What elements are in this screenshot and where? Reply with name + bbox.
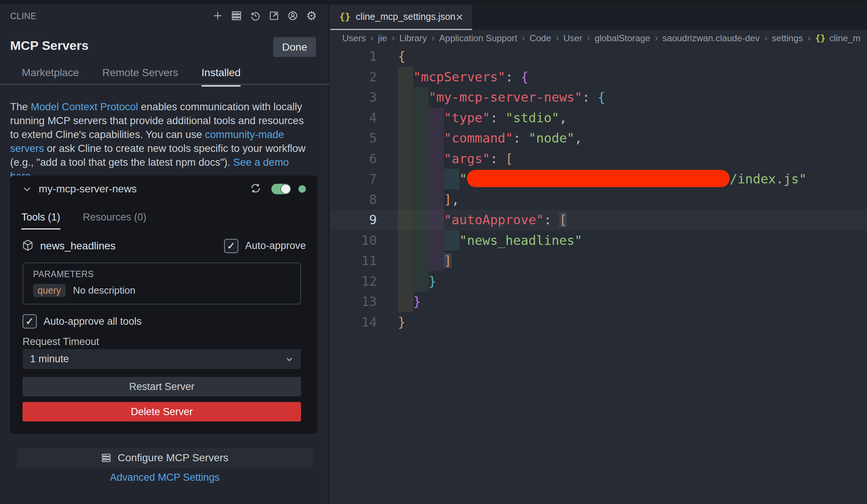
server-enabled-toggle[interactable] bbox=[271, 184, 291, 194]
tab-tools[interactable]: Tools (1) bbox=[21, 212, 60, 230]
open-in-editor-icon[interactable] bbox=[267, 9, 281, 22]
breadcrumb-separator: › bbox=[387, 32, 399, 44]
code-line[interactable]: 11 ] bbox=[330, 250, 867, 271]
breadcrumb-item[interactable]: Users bbox=[342, 33, 366, 44]
line-number[interactable]: 3 bbox=[330, 87, 377, 108]
redaction-box bbox=[467, 170, 730, 187]
mcp-servers-icon[interactable] bbox=[230, 9, 243, 22]
code-line[interactable]: 4 "type": "stdio", bbox=[330, 108, 867, 128]
breadcrumb-item[interactable]: globalStorage bbox=[595, 33, 650, 44]
page-title: MCP Servers bbox=[10, 38, 89, 53]
tool-cube-icon bbox=[21, 239, 34, 253]
code-text: } bbox=[377, 294, 421, 309]
code-text: "args": [ bbox=[377, 151, 513, 166]
chevron-down-icon[interactable] bbox=[21, 183, 33, 195]
code-line[interactable]: 6 "args": [ bbox=[330, 148, 867, 169]
code-line[interactable]: 9 "autoApprove": [ bbox=[330, 210, 867, 230]
code-text: "/index.js" bbox=[377, 171, 807, 186]
breadcrumb-item[interactable]: cline_m bbox=[829, 33, 861, 44]
code-text: ], bbox=[377, 192, 459, 207]
mcp-description: The Model Context Protocol enables commu… bbox=[10, 100, 309, 183]
line-number[interactable]: 12 bbox=[330, 271, 377, 292]
done-button[interactable]: Done bbox=[273, 37, 316, 57]
code-line[interactable]: 8 ], bbox=[330, 189, 867, 210]
file-tab[interactable]: {} cline_mcp_settings.json × bbox=[330, 4, 472, 30]
line-number[interactable]: 10 bbox=[330, 230, 377, 251]
check-icon: ✓ bbox=[227, 240, 236, 252]
mcp-server-card: my-mcp-server-news Tools (1) Resources (… bbox=[10, 176, 317, 434]
code-text: } bbox=[377, 315, 405, 330]
code-text: { bbox=[377, 49, 405, 64]
breadcrumb-separator: › bbox=[650, 32, 662, 44]
code-text: "my-mcp-server-news": { bbox=[377, 90, 605, 105]
cline-sidebar-panel: CLINE ⚙ MCP Servers Done Marketplace Rem… bbox=[0, 0, 330, 504]
close-tab-icon[interactable]: × bbox=[456, 10, 463, 23]
line-number[interactable]: 5 bbox=[330, 128, 377, 148]
code-line[interactable]: 10 "news_headlines" bbox=[330, 230, 867, 251]
code-text: } bbox=[377, 274, 436, 289]
parameters-box: PARAMETERS query No description bbox=[23, 262, 301, 304]
breadcrumb-item[interactable]: Application Support bbox=[439, 33, 517, 44]
code-line[interactable]: 1{ bbox=[330, 46, 867, 67]
server-name: my-mcp-server-news bbox=[39, 183, 250, 195]
line-number[interactable]: 2 bbox=[330, 67, 377, 87]
line-number[interactable]: 11 bbox=[330, 250, 377, 271]
code-line[interactable]: 13 } bbox=[330, 291, 867, 312]
parameters-title: PARAMETERS bbox=[33, 269, 291, 279]
code-text: ] bbox=[377, 253, 452, 268]
breadcrumb-separator: › bbox=[760, 32, 772, 44]
request-timeout-label: Request Timeout bbox=[23, 336, 99, 348]
code-text: "news_headlines" bbox=[377, 233, 582, 248]
restart-server-button[interactable]: Restart Server bbox=[23, 377, 301, 396]
line-number[interactable]: 4 bbox=[330, 108, 377, 128]
server-status-dot bbox=[298, 185, 306, 193]
history-icon[interactable] bbox=[248, 9, 262, 22]
breadcrumb-item[interactable]: saoudrizwan.claude-dev bbox=[662, 33, 760, 44]
toggle-knob bbox=[281, 184, 290, 194]
json-file-icon: {} bbox=[815, 33, 826, 43]
configure-mcp-servers-button[interactable]: Configure MCP Servers bbox=[17, 448, 313, 468]
server-card-header[interactable]: my-mcp-server-news bbox=[10, 176, 317, 202]
window-top-strip bbox=[0, 0, 867, 4]
breadcrumb-item[interactable]: jie bbox=[378, 33, 387, 44]
model-context-protocol-link[interactable]: Model Context Protocol bbox=[31, 101, 138, 112]
line-number[interactable]: 1 bbox=[330, 46, 377, 67]
check-icon: ✓ bbox=[26, 315, 34, 327]
line-number[interactable]: 13 bbox=[330, 291, 377, 312]
chevron-down-icon bbox=[284, 354, 294, 364]
line-number[interactable]: 7 bbox=[330, 169, 377, 189]
breadcrumb-item[interactable]: User bbox=[563, 33, 583, 44]
line-number[interactable]: 8 bbox=[330, 189, 377, 210]
parameter-description: No description bbox=[73, 285, 135, 296]
line-number[interactable]: 9 bbox=[330, 210, 377, 230]
delete-server-button[interactable]: Delete Server bbox=[23, 402, 301, 422]
advanced-mcp-settings-link[interactable]: Advanced MCP Settings bbox=[0, 472, 330, 483]
code-editor[interactable]: 1{2 "mcpServers": {3 "my-mcp-server-news… bbox=[330, 46, 867, 504]
auto-approve-all-checkbox[interactable]: ✓ bbox=[23, 314, 37, 328]
breadcrumb-item[interactable]: Library bbox=[399, 33, 427, 44]
code-line[interactable]: 7 "/index.js" bbox=[330, 169, 867, 189]
code-line[interactable]: 3 "my-mcp-server-news": { bbox=[330, 87, 867, 108]
code-line[interactable]: 5 "command": "node", bbox=[330, 128, 867, 148]
breadcrumb-separator: › bbox=[583, 32, 595, 44]
breadcrumb-item[interactable]: Code bbox=[530, 33, 551, 44]
request-timeout-value: 1 minute bbox=[30, 353, 69, 365]
server-rack-icon bbox=[101, 453, 111, 463]
settings-gear-icon[interactable]: ⚙ bbox=[305, 9, 318, 22]
breadcrumb-item[interactable]: settings bbox=[772, 33, 803, 44]
new-task-icon[interactable] bbox=[211, 9, 224, 22]
code-line[interactable]: 2 "mcpServers": { bbox=[330, 67, 867, 87]
code-line[interactable]: 14} bbox=[330, 312, 867, 333]
tool-row: news_headlines ✓ Auto-approve bbox=[10, 236, 317, 256]
header-toolbar: ⚙ bbox=[211, 9, 318, 22]
tab-resources[interactable]: Resources (0) bbox=[83, 212, 147, 230]
code-line[interactable]: 12 } bbox=[330, 271, 867, 292]
tab-filename: cline_mcp_settings.json bbox=[356, 11, 456, 22]
line-number[interactable]: 14 bbox=[330, 312, 377, 333]
line-number[interactable]: 6 bbox=[330, 148, 377, 169]
request-timeout-select[interactable]: 1 minute bbox=[23, 349, 301, 369]
breadcrumb: Users›jie›Library›Application Support›Co… bbox=[330, 30, 867, 46]
account-icon[interactable] bbox=[286, 9, 300, 22]
auto-approve-checkbox[interactable]: ✓ bbox=[224, 239, 238, 253]
restart-server-icon[interactable] bbox=[250, 182, 262, 196]
